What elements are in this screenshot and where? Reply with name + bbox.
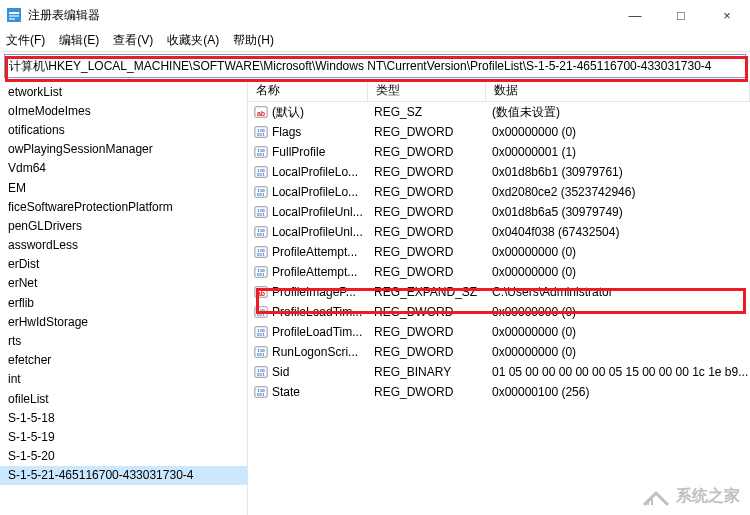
value-name: 110011ProfileLoadTim... bbox=[248, 325, 368, 339]
svg-text:ab: ab bbox=[257, 290, 265, 297]
tree-node[interactable]: erDist bbox=[0, 255, 247, 274]
value-name: 110011LocalProfileUnl... bbox=[248, 225, 368, 239]
tree-node[interactable]: efetcher bbox=[0, 351, 247, 370]
svg-text:011: 011 bbox=[257, 152, 265, 157]
value-type: REG_DWORD bbox=[368, 225, 486, 239]
value-row[interactable]: 110011LocalProfileUnl...REG_DWORD0x01d8b… bbox=[248, 202, 750, 222]
menubar: 文件(F) 编辑(E) 查看(V) 收藏夹(A) 帮助(H) bbox=[0, 30, 750, 52]
value-data: 0x00000000 (0) bbox=[486, 325, 750, 339]
menu-file[interactable]: 文件(F) bbox=[6, 32, 45, 49]
value-row[interactable]: 110011ProfileLoadTim...REG_DWORD0x000000… bbox=[248, 302, 750, 322]
value-row[interactable]: 110011SidREG_BINARY01 05 00 00 00 00 00 … bbox=[248, 362, 750, 382]
svg-text:ab: ab bbox=[257, 110, 265, 117]
value-data: 0x00000000 (0) bbox=[486, 125, 750, 139]
tree-node[interactable]: Vdm64 bbox=[0, 159, 247, 178]
value-name: 110011LocalProfileLo... bbox=[248, 165, 368, 179]
value-data: 0x01d8b6a5 (30979749) bbox=[486, 205, 750, 219]
value-name: 110011LocalProfileLo... bbox=[248, 185, 368, 199]
svg-text:011: 011 bbox=[257, 192, 265, 197]
tree-node[interactable]: penGLDrivers bbox=[0, 216, 247, 235]
tree-node[interactable]: otifications bbox=[0, 120, 247, 139]
tree-node[interactable]: etworkList bbox=[0, 82, 247, 101]
tree-node[interactable]: asswordLess bbox=[0, 236, 247, 255]
value-data: 0x00000000 (0) bbox=[486, 345, 750, 359]
svg-text:011: 011 bbox=[257, 312, 265, 317]
value-name: abProfileImageP... bbox=[248, 285, 368, 299]
window-buttons: — □ × bbox=[612, 0, 750, 30]
tree-node[interactable]: S-1-5-19 bbox=[0, 427, 247, 446]
menu-view[interactable]: 查看(V) bbox=[113, 32, 153, 49]
value-data: 0x00000001 (1) bbox=[486, 145, 750, 159]
value-row[interactable]: 110011StateREG_DWORD0x00000100 (256) bbox=[248, 382, 750, 402]
menu-help[interactable]: 帮助(H) bbox=[233, 32, 274, 49]
menu-fav[interactable]: 收藏夹(A) bbox=[167, 32, 219, 49]
svg-rect-1 bbox=[9, 12, 19, 14]
tree-node[interactable]: S-1-5-18 bbox=[0, 408, 247, 427]
maximize-button[interactable]: □ bbox=[658, 0, 704, 30]
value-row[interactable]: abProfileImageP...REG_EXPAND_SZC:\Users\… bbox=[248, 282, 750, 302]
value-row[interactable]: 110011LocalProfileLo...REG_DWORD0x01d8b6… bbox=[248, 162, 750, 182]
tree-node[interactable]: erNet bbox=[0, 274, 247, 293]
address-text: 计算机\HKEY_LOCAL_MACHINE\SOFTWARE\Microsof… bbox=[9, 58, 712, 75]
window-title: 注册表编辑器 bbox=[28, 7, 612, 24]
tree-node[interactable]: S-1-5-21-465116700-433031730-4 bbox=[0, 466, 247, 485]
value-type: REG_DWORD bbox=[368, 325, 486, 339]
svg-text:011: 011 bbox=[257, 232, 265, 237]
value-row[interactable]: 110011LocalProfileLo...REG_DWORD0xd2080c… bbox=[248, 182, 750, 202]
value-row[interactable]: 110011FullProfileREG_DWORD0x00000001 (1) bbox=[248, 142, 750, 162]
list-rows: ab(默认)REG_SZ(数值未设置)110011FlagsREG_DWORD0… bbox=[248, 102, 750, 402]
value-type: REG_EXPAND_SZ bbox=[368, 285, 486, 299]
tree-node[interactable]: erHwIdStorage bbox=[0, 312, 247, 331]
tree-node[interactable]: S-1-5-20 bbox=[0, 447, 247, 466]
list-header: 名称 类型 数据 bbox=[248, 80, 750, 102]
value-row[interactable]: 110011ProfileAttempt...REG_DWORD0x000000… bbox=[248, 242, 750, 262]
tree-panel[interactable]: etworkListoImeModeImesotificationsowPlay… bbox=[0, 80, 248, 515]
tree-node[interactable]: rts bbox=[0, 331, 247, 350]
tree-node[interactable]: owPlayingSessionManager bbox=[0, 140, 247, 159]
value-name: 110011Flags bbox=[248, 125, 368, 139]
svg-text:011: 011 bbox=[257, 332, 265, 337]
value-name: 110011ProfileAttempt... bbox=[248, 265, 368, 279]
menu-edit[interactable]: 编辑(E) bbox=[59, 32, 99, 49]
value-data: 0x00000000 (0) bbox=[486, 305, 750, 319]
value-data: 0xd2080ce2 (3523742946) bbox=[486, 185, 750, 199]
col-type[interactable]: 类型 bbox=[368, 80, 486, 101]
main-split: etworkListoImeModeImesotificationsowPlay… bbox=[0, 80, 750, 515]
value-row[interactable]: ab(默认)REG_SZ(数值未设置) bbox=[248, 102, 750, 122]
value-data: (数值未设置) bbox=[486, 104, 750, 121]
value-row[interactable]: 110011ProfileLoadTim...REG_DWORD0x000000… bbox=[248, 322, 750, 342]
svg-text:011: 011 bbox=[257, 372, 265, 377]
svg-text:011: 011 bbox=[257, 352, 265, 357]
value-type: REG_DWORD bbox=[368, 345, 486, 359]
value-row[interactable]: 110011RunLogonScri...REG_DWORD0x00000000… bbox=[248, 342, 750, 362]
tree-node[interactable]: int bbox=[0, 370, 247, 389]
col-name[interactable]: 名称 bbox=[248, 80, 368, 101]
svg-rect-2 bbox=[9, 15, 19, 17]
value-row[interactable]: 110011FlagsREG_DWORD0x00000000 (0) bbox=[248, 122, 750, 142]
tree-node[interactable]: ficeSoftwareProtectionPlatform bbox=[0, 197, 247, 216]
svg-text:011: 011 bbox=[257, 272, 265, 277]
value-type: REG_DWORD bbox=[368, 305, 486, 319]
value-data: 01 05 00 00 00 00 00 05 15 00 00 00 1c 1… bbox=[486, 365, 750, 379]
value-name: 110011FullProfile bbox=[248, 145, 368, 159]
value-data: 0x0404f038 (67432504) bbox=[486, 225, 750, 239]
svg-text:011: 011 bbox=[257, 172, 265, 177]
value-type: REG_DWORD bbox=[368, 385, 486, 399]
tree-node[interactable]: oImeModeImes bbox=[0, 101, 247, 120]
svg-rect-3 bbox=[9, 18, 15, 20]
col-data[interactable]: 数据 bbox=[486, 80, 750, 101]
address-bar[interactable]: 计算机\HKEY_LOCAL_MACHINE\SOFTWARE\Microsof… bbox=[4, 54, 746, 78]
value-name: 110011LocalProfileUnl... bbox=[248, 205, 368, 219]
close-button[interactable]: × bbox=[704, 0, 750, 30]
value-type: REG_DWORD bbox=[368, 125, 486, 139]
tree-node[interactable]: EM bbox=[0, 178, 247, 197]
value-type: REG_DWORD bbox=[368, 145, 486, 159]
svg-text:011: 011 bbox=[257, 392, 265, 397]
tree-node[interactable]: ofileList bbox=[0, 389, 247, 408]
value-row[interactable]: 110011LocalProfileUnl...REG_DWORD0x0404f… bbox=[248, 222, 750, 242]
minimize-button[interactable]: — bbox=[612, 0, 658, 30]
list-panel: 名称 类型 数据 ab(默认)REG_SZ(数值未设置)110011FlagsR… bbox=[248, 80, 750, 515]
value-row[interactable]: 110011ProfileAttempt...REG_DWORD0x000000… bbox=[248, 262, 750, 282]
value-type: REG_DWORD bbox=[368, 205, 486, 219]
tree-node[interactable]: erflib bbox=[0, 293, 247, 312]
